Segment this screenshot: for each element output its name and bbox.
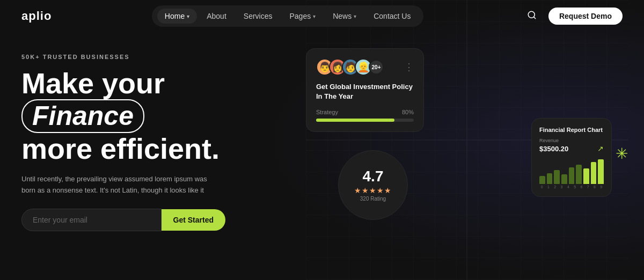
nav-item-home[interactable]: Home ▾ [157,9,197,24]
hero-heading: Make your Finance more efficient. [21,68,279,165]
hero-heading-highlight: Finance [21,99,144,133]
chart-bar [539,176,545,184]
nav-about-label: About [207,12,226,20]
financial-card-title: Financial Report Chart [539,126,604,134]
chevron-down-icon: ▾ [313,13,316,19]
chart-x-label: 1 [546,185,551,189]
card-menu-icon[interactable]: ⋮ [404,61,414,73]
chart-x-label: 3 [559,185,564,189]
hero-heading-before: Make your [21,67,165,99]
chart-x-label: 6 [579,185,584,189]
nav-news-label: News [333,12,352,20]
rating-card: 4.7 ★★★★★ 320 Rating [338,150,408,220]
chart-bar [598,159,604,184]
revenue-amount: $3500.20 [539,145,568,153]
email-input[interactable] [21,209,162,231]
chart-bar [547,173,553,184]
search-button[interactable] [524,7,540,26]
chart-bar [569,167,575,184]
trusted-tag: 50K+ TRUSTED BUSINESSES [21,54,279,60]
nav-pages-label: Pages [289,12,311,20]
nav-item-contact[interactable]: Contact Us [366,9,418,24]
chart-x-label: 9 [599,185,604,189]
chart-bar [591,162,597,184]
rating-stars: ★★★★★ [354,186,392,195]
chart-x-label: 8 [592,185,597,189]
rating-count: 320 Rating [360,196,386,202]
hero-subtext: Until recently, the prevailing view assu… [21,174,215,196]
chevron-down-icon: ▾ [187,13,189,19]
search-icon [527,10,537,20]
get-started-button[interactable]: Get Started [162,209,225,231]
avatars: 👨 👩 🧑 👱 20+ [316,58,384,76]
revenue-label: Revenue [539,138,604,143]
chart-bar [576,165,582,184]
chart-x-label: 0 [539,185,544,189]
progress-percent-label: 80% [402,109,414,115]
rating-score: 4.7 [363,169,384,184]
trend-up-icon: ↗ [597,144,604,153]
hero-right: 👨 👩 🧑 👱 20+ ⋮ Get Global Investment Poli… [279,48,623,252]
chart-bars [539,157,604,184]
progress-label: Strategy 80% [316,109,414,115]
nav-services-label: Services [244,12,273,20]
nav-links: Home ▾ About Services Pages ▾ News ▾ Con… [152,5,424,27]
chart-bar [583,168,589,184]
chart-labels: 0123456789 [539,185,604,189]
email-form: Get Started [21,209,225,231]
progress-strategy-label: Strategy [316,109,338,115]
investment-card-title: Get Global Investment Policy In The Year [316,82,414,101]
nav-right: Request Demo [524,7,623,26]
progress-bar-fill [316,119,394,122]
navbar: aplio Home ▾ About Services Pages ▾ News… [0,0,644,32]
nav-item-pages[interactable]: Pages ▾ [282,9,323,24]
chart-x-label: 4 [566,185,570,189]
investment-card: 👨 👩 🧑 👱 20+ ⋮ Get Global Investment Poli… [306,48,424,132]
main-content: 50K+ TRUSTED BUSINESSES Make your Financ… [0,32,644,252]
svg-line-4 [533,17,535,18]
nav-contact-label: Contact Us [374,12,411,20]
hero-left: 50K+ TRUSTED BUSINESSES Make your Financ… [21,48,279,252]
revenue-row: $3500.20 ↗ [539,144,604,153]
chart-bar [561,174,567,184]
chart-x-label: 7 [586,185,590,189]
nav-item-services[interactable]: Services [236,9,280,24]
progress-bar-bg [316,119,414,122]
nav-item-about[interactable]: About [199,9,234,24]
avatar-count: 20+ [369,60,384,75]
financial-report-card: Financial Report Chart Revenue $3500.20 … [531,118,612,197]
chart-bar [554,170,560,184]
chart-x-label: 2 [553,185,558,189]
hero-heading-after: more efficient. [21,132,219,165]
nav-home-label: Home [165,12,185,20]
decorative-asterisk: ✳ [616,145,628,163]
request-demo-button[interactable]: Request Demo [548,8,623,25]
chevron-down-icon: ▾ [354,13,356,19]
card-header: 👨 👩 🧑 👱 20+ ⋮ [316,58,414,76]
nav-item-news[interactable]: News ▾ [325,9,364,24]
logo: aplio [21,9,52,23]
chart-x-label: 5 [572,185,577,189]
